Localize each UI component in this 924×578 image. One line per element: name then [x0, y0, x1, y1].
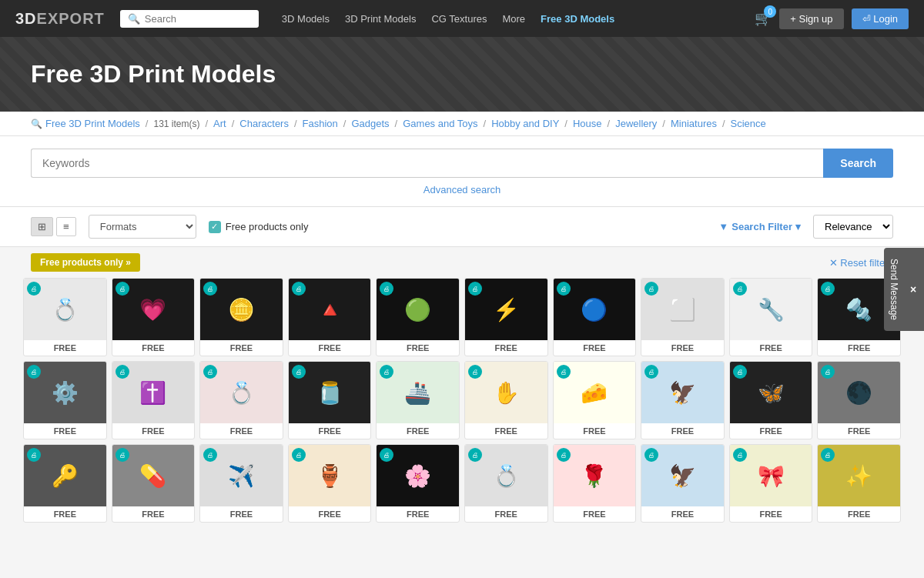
- search-icon-small: 🔍: [31, 119, 42, 129]
- product-card[interactable]: 🖨🦋FREE: [729, 361, 813, 439]
- product-card[interactable]: 🖨💍FREE: [23, 278, 107, 356]
- product-image: 🖨🧀: [554, 362, 636, 423]
- breadcrumb-games[interactable]: Games and Toys: [403, 118, 477, 129]
- breadcrumb-miniatures[interactable]: Miniatures: [671, 118, 717, 129]
- format-select[interactable]: Formats: [89, 215, 196, 239]
- advanced-search-link[interactable]: Advanced search: [31, 178, 893, 203]
- product-card[interactable]: 🖨✈️FREE: [199, 444, 283, 523]
- product-card[interactable]: 🖨⚙️FREE: [23, 361, 107, 439]
- nav-3d-models[interactable]: 3D Models: [282, 13, 330, 25]
- product-print-tag: 🖨: [380, 448, 393, 462]
- product-print-tag: 🖨: [468, 282, 482, 296]
- grid-view-button[interactable]: ⊞: [31, 217, 53, 236]
- free-check-icon: ✓: [209, 221, 221, 233]
- breadcrumb: 🔍 Free 3D Print Models / 131 item(s) / A…: [0, 112, 924, 136]
- product-image: 🖨🔺: [289, 279, 371, 340]
- product-image: 🖨💊: [112, 445, 195, 506]
- product-card[interactable]: 🖨🔑FREE: [23, 444, 107, 523]
- main-nav: 3D Models 3D Print Models CG Textures Mo…: [282, 13, 614, 25]
- header-search-box[interactable]: 🔍: [120, 10, 259, 28]
- product-free-label: FREE: [641, 423, 724, 439]
- product-print-tag: 🖨: [557, 282, 571, 296]
- product-card[interactable]: 🖨💗FREE: [112, 278, 196, 356]
- signup-button[interactable]: + Sign up: [779, 8, 843, 29]
- product-print-tag: 🖨: [468, 448, 482, 462]
- product-print-tag: 🖨: [644, 448, 658, 462]
- product-card[interactable]: 🖨🔧FREE: [729, 278, 813, 356]
- product-free-label: FREE: [377, 506, 459, 522]
- breadcrumb-gadgets[interactable]: Gadgets: [351, 118, 389, 129]
- product-card[interactable]: 🖨⬜FREE: [641, 278, 725, 356]
- product-print-tag: 🖨: [733, 448, 747, 462]
- product-print-tag: 🖨: [292, 282, 306, 296]
- product-card[interactable]: 🖨💍FREE: [199, 361, 283, 439]
- product-icon: 💍: [52, 297, 79, 322]
- product-card[interactable]: 🖨💍FREE: [464, 444, 548, 523]
- product-card[interactable]: 🖨🦅FREE: [641, 444, 725, 523]
- product-print-tag: 🖨: [644, 365, 658, 379]
- breadcrumb-art[interactable]: Art: [213, 118, 226, 129]
- breadcrumb-characters[interactable]: Characters: [239, 118, 289, 129]
- product-card[interactable]: 🖨🫙FREE: [288, 361, 372, 439]
- nav-more[interactable]: More: [502, 13, 525, 25]
- product-free-label: FREE: [730, 506, 812, 522]
- product-free-label: FREE: [289, 340, 371, 356]
- product-image: 🖨💍: [200, 362, 283, 423]
- product-free-label: FREE: [730, 340, 812, 356]
- search-filter-button[interactable]: ▼ Search Filter ▾: [718, 221, 801, 232]
- product-card[interactable]: 🖨✨FREE: [817, 444, 901, 523]
- free-only-filter[interactable]: ✓ Free products only: [209, 221, 309, 233]
- cart-icon[interactable]: 🛒 0: [755, 10, 772, 27]
- product-card[interactable]: 🖨🌑FREE: [817, 361, 901, 439]
- product-card[interactable]: 🖨⚡FREE: [464, 278, 548, 356]
- product-print-tag: 🖨: [380, 365, 393, 379]
- send-message-panel[interactable]: × Send Message: [884, 247, 924, 330]
- product-card[interactable]: 🖨🌹FREE: [553, 444, 637, 523]
- product-card[interactable]: 🖨🎀FREE: [729, 444, 813, 523]
- product-card[interactable]: 🖨🔵FREE: [553, 278, 637, 356]
- breadcrumb-jewellery[interactable]: Jewellery: [615, 118, 657, 129]
- nav-cg-textures[interactable]: CG Textures: [431, 13, 487, 25]
- header-right: 🛒 0 + Sign up ⏎ Login: [755, 8, 909, 29]
- send-message-label: Send Message: [889, 258, 899, 319]
- product-card[interactable]: 🖨🧀FREE: [553, 361, 637, 439]
- nav-3d-print-models[interactable]: 3D Print Models: [345, 13, 416, 25]
- sort-select[interactable]: Relevance: [813, 215, 893, 239]
- breadcrumb-science[interactable]: Science: [731, 118, 766, 129]
- breadcrumb-home[interactable]: Free 3D Print Models: [45, 118, 140, 129]
- product-image: 🖨🏺: [289, 445, 371, 506]
- product-image: 🖨🪙: [200, 279, 283, 340]
- breadcrumb-house[interactable]: House: [573, 118, 602, 129]
- product-card[interactable]: 🖨🌸FREE: [376, 444, 460, 523]
- close-icon[interactable]: ×: [907, 283, 919, 296]
- list-view-button[interactable]: ≡: [56, 217, 76, 236]
- product-card[interactable]: 🖨🪙FREE: [199, 278, 283, 356]
- product-card[interactable]: 🖨✝️FREE: [112, 361, 196, 439]
- product-card[interactable]: 🖨🦅FREE: [641, 361, 725, 439]
- nav-free-3d-models[interactable]: Free 3D Models: [541, 13, 614, 25]
- product-print-tag: 🖨: [27, 448, 41, 462]
- product-card[interactable]: 🖨🔺FREE: [288, 278, 372, 356]
- breadcrumb-count: 131 item(s): [153, 119, 199, 129]
- product-card[interactable]: 🖨💊FREE: [112, 444, 196, 523]
- product-print-tag: 🖨: [203, 282, 217, 296]
- product-card[interactable]: 🖨✋FREE: [464, 361, 548, 439]
- product-icon: ⬜: [669, 297, 696, 322]
- product-image: 🖨⚡: [465, 279, 547, 340]
- active-filter-bar: Free products only » ✕ Reset filters: [0, 247, 924, 278]
- breadcrumb-fashion[interactable]: Fashion: [303, 118, 338, 129]
- breadcrumb-hobby[interactable]: Hobby and DIY: [491, 118, 559, 129]
- product-card[interactable]: 🖨🟢FREE: [376, 278, 460, 356]
- keyword-input[interactable]: [31, 149, 823, 178]
- header-search-input[interactable]: [145, 13, 251, 25]
- login-button[interactable]: ⏎ Login: [852, 8, 909, 29]
- product-icon: 💍: [228, 380, 255, 406]
- product-icon: 🌸: [404, 463, 431, 489]
- product-print-tag: 🖨: [821, 448, 835, 462]
- free-products-badge[interactable]: Free products only »: [31, 253, 140, 272]
- product-card[interactable]: 🖨🏺FREE: [288, 444, 372, 523]
- search-button[interactable]: Search: [823, 149, 893, 178]
- product-icon: 🌑: [845, 380, 872, 406]
- product-card[interactable]: 🖨🚢FREE: [376, 361, 460, 439]
- product-image: 🖨🎀: [730, 445, 812, 506]
